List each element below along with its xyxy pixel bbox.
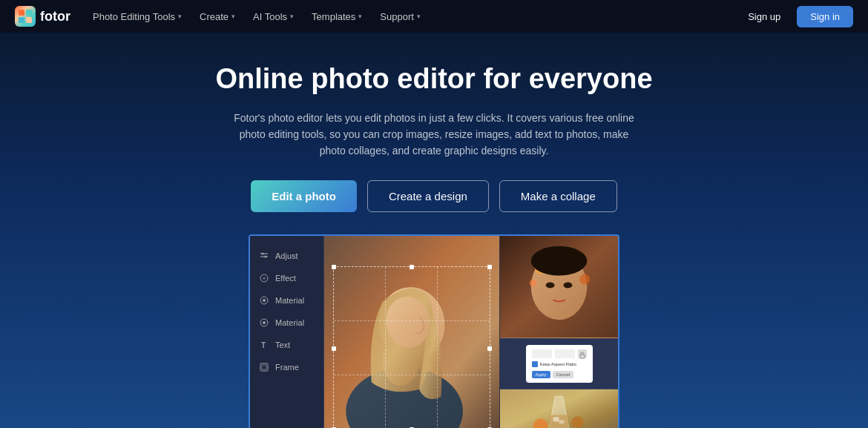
svg-point-12 <box>263 321 266 324</box>
svg-point-34 <box>571 417 583 428</box>
svg-rect-35 <box>553 417 559 421</box>
svg-rect-2 <box>19 17 24 23</box>
sidebar-item-effect[interactable]: Effect <box>250 267 323 289</box>
logo[interactable]: fotor <box>15 6 70 27</box>
editor-sidebar: Adjust Effect Materi <box>250 236 324 428</box>
nav-create[interactable]: Create ▾ <box>192 7 243 27</box>
photo-editor-panel: Adjust Effect Materi <box>250 236 618 428</box>
apply-button[interactable]: Apply <box>532 371 550 378</box>
svg-point-6 <box>262 252 264 254</box>
editor-preview: Adjust Effect Materi <box>249 234 619 428</box>
nav-ai-tools[interactable]: AI Tools ▾ <box>246 7 301 27</box>
handle-ml[interactable] <box>332 346 336 351</box>
svg-point-26 <box>579 274 590 284</box>
nav-items: Photo Editing Tools ▾ Create ▾ AI Tools … <box>85 7 734 27</box>
height-input[interactable] <box>555 349 575 358</box>
nav-photo-editing[interactable]: Photo Editing Tools ▾ <box>85 7 189 27</box>
handle-tl[interactable] <box>332 265 336 269</box>
svg-rect-36 <box>559 420 565 424</box>
svg-point-7 <box>265 255 267 257</box>
resize-inputs <box>532 349 587 358</box>
svg-rect-1 <box>26 10 32 16</box>
crop-line-h1 <box>334 320 490 321</box>
navbar: fotor Photo Editing Tools ▾ Create ▾ AI … <box>0 0 868 33</box>
keep-ratio-checkbox[interactable] <box>532 361 538 367</box>
handle-tc[interactable] <box>410 265 414 269</box>
create-design-button[interactable]: Create a design <box>367 180 489 212</box>
editor-canvas <box>324 236 499 428</box>
width-input[interactable] <box>532 349 552 358</box>
resize-dialog: Keep Aspect Ratio Apply Cancel <box>526 345 593 383</box>
editor-right-panels: Keep Aspect Ratio Apply Cancel <box>499 236 618 428</box>
handle-tr[interactable] <box>487 265 492 269</box>
lock-icon[interactable] <box>578 349 587 358</box>
chevron-down-icon: ▾ <box>290 13 294 20</box>
chevron-down-icon: ▾ <box>358 13 362 20</box>
hero-description: Fotor's photo editor lets you edit photo… <box>226 110 642 159</box>
sliders-icon <box>259 251 269 261</box>
hero-buttons: Edit a photo Create a design Make a coll… <box>15 180 853 212</box>
edit-photo-button[interactable]: Edit a photo <box>251 180 357 212</box>
sidebar-item-frame[interactable]: Frame <box>250 356 323 378</box>
svg-point-25 <box>530 279 537 286</box>
signin-button[interactable]: Sign in <box>797 6 853 27</box>
svg-text:T: T <box>261 341 266 349</box>
hero-section: Online photo editor for everyone Fotor's… <box>0 33 868 428</box>
svg-rect-14 <box>260 363 268 371</box>
material-icon <box>259 295 269 306</box>
cancel-button[interactable]: Cancel <box>553 371 574 378</box>
crop-line-v2 <box>437 267 438 428</box>
signup-button[interactable]: Sign up <box>740 7 788 27</box>
sidebar-item-adjust[interactable]: Adjust <box>250 245 323 267</box>
nav-right: Sign up Sign in <box>740 6 853 27</box>
logo-icon <box>15 6 36 27</box>
chevron-down-icon: ▾ <box>231 13 235 20</box>
svg-point-28 <box>546 282 555 288</box>
svg-rect-31 <box>580 355 585 358</box>
hero-title: Online photo editor for everyone <box>15 62 853 96</box>
svg-point-10 <box>263 299 266 302</box>
material2-icon <box>259 317 269 328</box>
svg-rect-15 <box>262 365 266 369</box>
chevron-down-icon: ▾ <box>417 13 421 20</box>
sidebar-item-text[interactable]: T Text <box>250 334 323 356</box>
logo-text: fotor <box>40 9 70 24</box>
chevron-down-icon: ▾ <box>178 13 182 20</box>
svg-rect-3 <box>26 17 32 23</box>
collage-bottom-panels: Keep Aspect Ratio Apply Cancel <box>500 338 618 428</box>
sidebar-item-material2[interactable]: Material <box>250 312 323 334</box>
crop-overlay <box>333 266 490 428</box>
svg-rect-0 <box>19 10 24 16</box>
collage-top-svg <box>500 236 618 338</box>
svg-point-30 <box>531 246 588 276</box>
effect-icon <box>259 273 269 283</box>
crop-line-h2 <box>334 375 490 375</box>
resize-action-buttons: Apply Cancel <box>532 371 587 378</box>
collage-bottom-svg <box>500 389 618 428</box>
crop-line-v1 <box>385 267 386 428</box>
keep-ratio-label: Keep Aspect Ratio <box>540 362 576 366</box>
text-icon: T <box>259 340 269 350</box>
collage-photo-top <box>500 236 618 338</box>
collage-photo-bottom <box>500 389 618 428</box>
nav-templates[interactable]: Templates ▾ <box>304 7 369 27</box>
make-collage-button[interactable]: Make a collage <box>499 180 617 212</box>
preview-border: Adjust Effect Materi <box>249 234 619 428</box>
handle-mr[interactable] <box>487 346 492 351</box>
frame-icon <box>259 362 269 372</box>
nav-support[interactable]: Support ▾ <box>372 7 428 27</box>
sidebar-item-material1[interactable]: Material <box>250 289 323 312</box>
collage-resize-panel: Keep Aspect Ratio Apply Cancel <box>500 338 618 390</box>
keep-ratio-row: Keep Aspect Ratio <box>532 361 587 367</box>
svg-point-29 <box>563 282 572 288</box>
